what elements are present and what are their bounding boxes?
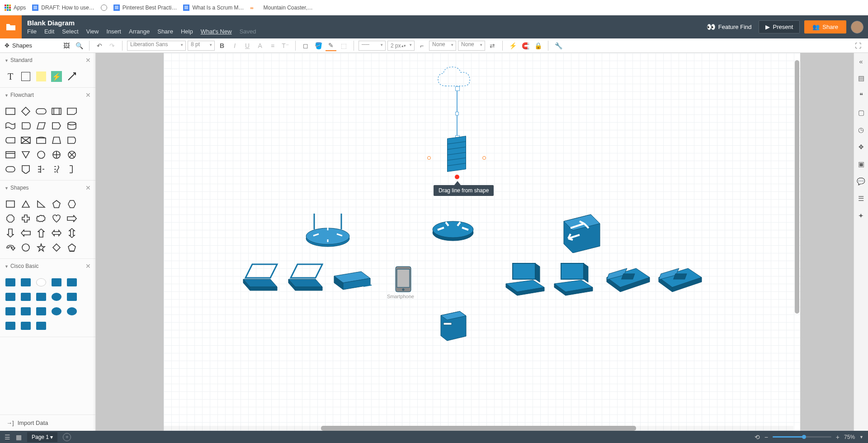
bookmark-item-3[interactable]: Pinterest Best Practi… bbox=[113, 5, 177, 11]
note-shape[interactable] bbox=[34, 70, 48, 83]
bookmark-item-2[interactable] bbox=[101, 5, 107, 11]
menu-select[interactable]: Select bbox=[62, 28, 78, 35]
wireless-router-shape[interactable] bbox=[303, 211, 353, 252]
flowchart-shape[interactable] bbox=[50, 119, 63, 132]
basic-shape[interactable] bbox=[4, 198, 17, 210]
basic-shape[interactable] bbox=[34, 212, 48, 225]
firewall-shape[interactable] bbox=[447, 137, 466, 176]
bookmark-item-4[interactable]: What Is a Scrum M… bbox=[183, 5, 244, 11]
horizontal-scrollbar[interactable] bbox=[164, 426, 793, 431]
list-view-icon[interactable]: ☰ bbox=[5, 433, 10, 441]
cisco-shape[interactable] bbox=[50, 305, 63, 318]
context-icon[interactable]: ☰ bbox=[857, 194, 866, 203]
arrow-end-select[interactable]: None bbox=[458, 41, 485, 51]
master-icon[interactable]: ▣ bbox=[857, 160, 866, 169]
connection-point[interactable] bbox=[482, 156, 486, 160]
cisco-shape[interactable] bbox=[4, 319, 17, 332]
bold-button[interactable]: B bbox=[217, 40, 227, 51]
chat-icon[interactable]: 💬 bbox=[857, 177, 866, 186]
cisco-shape[interactable] bbox=[19, 305, 33, 318]
zoom-slider[interactable] bbox=[773, 436, 831, 438]
lock-icon[interactable]: 🔒 bbox=[533, 40, 543, 51]
flowchart-shape[interactable] bbox=[50, 148, 63, 161]
cisco-shape[interactable] bbox=[4, 291, 17, 303]
search-icon[interactable]: 🔍 bbox=[74, 40, 85, 51]
basic-shape[interactable] bbox=[34, 241, 48, 254]
line-width-select[interactable]: 2 px▴▾ bbox=[387, 41, 415, 51]
shape-options-button[interactable]: ⬚ bbox=[338, 40, 349, 51]
shapes-panel-toggle[interactable]: ✥ Shapes bbox=[5, 42, 32, 49]
sync-icon[interactable]: ⟲ bbox=[755, 433, 760, 441]
section-header-standard[interactable]: ▼Standard ✕ bbox=[0, 53, 95, 67]
menu-view[interactable]: View bbox=[86, 28, 99, 35]
layers-icon[interactable]: ❖ bbox=[857, 143, 866, 152]
device-shape[interactable] bbox=[332, 269, 373, 292]
flowchart-shape[interactable] bbox=[4, 119, 17, 132]
router-shape[interactable] bbox=[430, 217, 476, 244]
close-icon[interactable]: ✕ bbox=[85, 57, 91, 64]
desktop-shape[interactable] bbox=[550, 261, 595, 297]
wrench-icon[interactable]: 🔧 bbox=[553, 40, 564, 51]
cisco-shape[interactable] bbox=[19, 276, 33, 289]
laptop-shape[interactable] bbox=[284, 262, 327, 294]
vertical-scrollbar[interactable] bbox=[795, 53, 799, 425]
menu-file[interactable]: File bbox=[27, 28, 37, 35]
italic-button[interactable]: I bbox=[229, 40, 240, 51]
cisco-shape[interactable] bbox=[65, 276, 79, 289]
feature-find-button[interactable]: 👀 Feature Find bbox=[704, 23, 755, 31]
font-select[interactable]: Liberation Sans bbox=[127, 41, 186, 51]
image-icon[interactable]: 🖼 bbox=[61, 40, 72, 51]
basic-shape[interactable] bbox=[50, 198, 63, 210]
flowchart-shape[interactable] bbox=[19, 134, 33, 147]
section-header-shapes[interactable]: ▼Shapes ✕ bbox=[0, 181, 95, 195]
flowchart-shape[interactable] bbox=[50, 105, 63, 118]
flowchart-shape[interactable] bbox=[65, 105, 79, 118]
page-tab[interactable]: Page 1 ▾ bbox=[27, 432, 57, 442]
cisco-shape[interactable] bbox=[50, 291, 63, 303]
flowchart-shape[interactable] bbox=[34, 134, 48, 147]
server-shape[interactable] bbox=[437, 310, 469, 342]
ip-phone-shape[interactable] bbox=[654, 264, 704, 295]
bolt-icon[interactable]: ⚡ bbox=[507, 40, 518, 51]
basic-shape[interactable] bbox=[65, 198, 79, 210]
section-header-cisco[interactable]: ▼Cisco Basic ✕ bbox=[0, 259, 95, 273]
basic-shape[interactable] bbox=[65, 241, 79, 254]
text-options-button[interactable]: T⁻ bbox=[280, 40, 291, 51]
basic-shape[interactable] bbox=[4, 212, 17, 225]
flowchart-shape[interactable] bbox=[65, 134, 79, 147]
flowchart-shape[interactable] bbox=[34, 105, 48, 118]
shape-fill-button[interactable]: ◻ bbox=[300, 40, 311, 51]
line-color-button[interactable]: ✎ bbox=[326, 40, 336, 51]
basic-shape[interactable] bbox=[19, 198, 33, 210]
desktop-shape[interactable] bbox=[501, 261, 547, 297]
flowchart-shape[interactable] bbox=[19, 148, 33, 161]
line-shape-button[interactable]: ⌐ bbox=[416, 40, 427, 51]
fullscreen-button[interactable]: ⛶ bbox=[853, 40, 863, 51]
flowchart-shape[interactable] bbox=[19, 105, 33, 118]
basic-shape[interactable] bbox=[34, 198, 48, 210]
user-avatar[interactable] bbox=[851, 21, 863, 33]
cisco-shape[interactable] bbox=[34, 319, 48, 332]
cisco-shape[interactable] bbox=[19, 291, 33, 303]
smartphone-shape[interactable] bbox=[394, 266, 413, 293]
document-title[interactable]: Blank Diagram bbox=[27, 19, 704, 27]
zoom-out-button[interactable]: − bbox=[764, 433, 768, 441]
arrow-start-select[interactable]: None bbox=[429, 41, 456, 51]
cisco-shape[interactable] bbox=[4, 276, 17, 289]
bookmark-item-5[interactable]: ∞Mountain Coaster,… bbox=[250, 5, 312, 11]
connector-handle[interactable] bbox=[455, 112, 459, 115]
close-icon[interactable]: ✕ bbox=[85, 91, 91, 99]
history-icon[interactable]: ◷ bbox=[857, 125, 866, 134]
menu-whats-new[interactable]: What's New bbox=[201, 28, 232, 35]
flowchart-shape[interactable] bbox=[65, 163, 79, 176]
cisco-shape[interactable] bbox=[34, 276, 48, 289]
actions-icon[interactable]: ✦ bbox=[857, 211, 866, 220]
basic-shape[interactable] bbox=[50, 241, 63, 254]
flowchart-shape[interactable] bbox=[65, 119, 79, 132]
connection-point[interactable] bbox=[427, 156, 431, 160]
line-style-select[interactable]: ── bbox=[359, 41, 386, 51]
cisco-shape[interactable] bbox=[4, 305, 17, 318]
section-header-flowchart[interactable]: ▼Flowchart ✕ bbox=[0, 88, 95, 102]
flowchart-shape[interactable] bbox=[4, 105, 17, 118]
menu-arrange[interactable]: Arrange bbox=[129, 28, 150, 35]
